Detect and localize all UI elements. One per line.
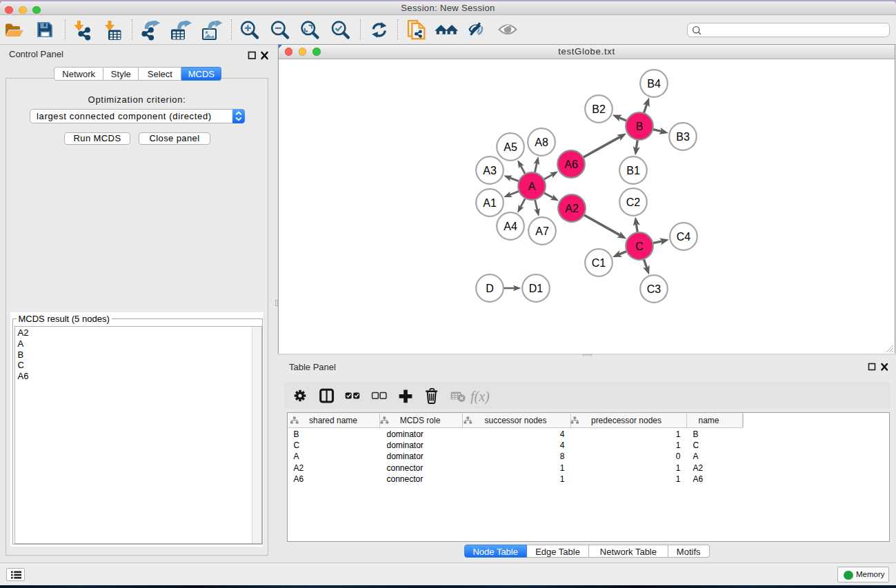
svg-text:B1: B1: [626, 164, 640, 176]
svg-text:A8: A8: [535, 136, 548, 148]
svg-text:D1: D1: [529, 282, 544, 294]
svg-text:C1: C1: [592, 256, 606, 268]
svg-text:A7: A7: [535, 225, 549, 236]
svg-text:A: A: [528, 180, 536, 192]
svg-text:A4: A4: [504, 220, 517, 232]
svg-text:A3: A3: [483, 164, 497, 176]
svg-text:A6: A6: [564, 158, 578, 170]
svg-text:B4: B4: [647, 77, 661, 89]
svg-text:C3: C3: [647, 283, 661, 294]
svg-text:f(x): f(x): [470, 388, 490, 404]
svg-text:C: C: [635, 240, 644, 252]
svg-text:D: D: [486, 282, 494, 294]
svg-text:A1: A1: [483, 196, 497, 208]
svg-text:A2: A2: [565, 202, 579, 214]
svg-text:B2: B2: [592, 103, 606, 114]
svg-text:A5: A5: [504, 141, 517, 152]
svg-text:B: B: [636, 120, 644, 132]
svg-text:C4: C4: [677, 230, 691, 242]
svg-text:B3: B3: [676, 130, 690, 142]
svg-text:C2: C2: [626, 196, 641, 207]
